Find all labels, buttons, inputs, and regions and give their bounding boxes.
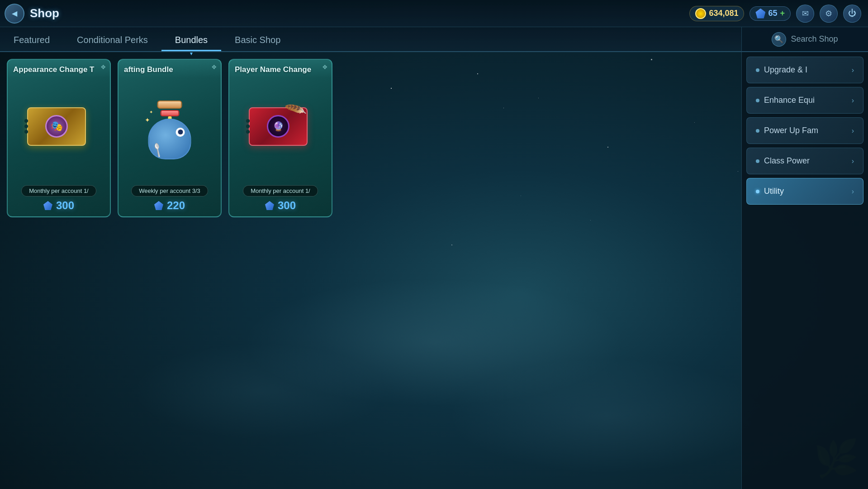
gold-currency-block: 634,081 (689, 6, 744, 21)
price-row-name: 300 (265, 199, 296, 212)
price-row-bundle: 220 (154, 199, 185, 212)
sidebar-label-power-up: Power Up Fam (764, 126, 818, 135)
limit-badge-appearance: Monthly per account 1/ (21, 185, 96, 197)
name-ticket-body: 🪶 🔮 (249, 107, 308, 146)
card-crafting-bundle[interactable]: afting Bundle ❖ (118, 59, 222, 217)
back-button[interactable] (5, 4, 24, 24)
price-amount-name: 300 (278, 199, 296, 212)
main-content: Appearance Change T ❖ 🎭 Monthly per acco… (0, 52, 741, 489)
chevron-icon-enhance: › (852, 96, 854, 105)
sidebar-item-power-up[interactable]: Power Up Fam › (746, 117, 863, 144)
search-label: Search Shop (791, 34, 838, 44)
sidebar-item-enhance[interactable]: Enhance Equi › (746, 87, 863, 114)
gem-plus-button[interactable]: + (780, 9, 785, 18)
search-icon: 🔍 (772, 32, 786, 47)
card-image-bundle: 🥄 ✦ ✦ (119, 74, 221, 185)
price-amount-appearance: 300 (56, 199, 74, 212)
tab-basic-shop[interactable]: Basic Shop (221, 30, 294, 51)
price-badge-appearance: Monthly per account 1/ 300 (13, 185, 104, 212)
card-image-appearance: 🎭 (8, 74, 110, 185)
sidebar-label-enhance: Enhance Equi (764, 96, 815, 105)
gem-amount: 65 (768, 9, 777, 18)
card-image-name: 🪶 🔮 (229, 74, 332, 185)
card-title-name: Player Name Change (229, 60, 332, 74)
chevron-icon-upgrade: › (852, 66, 854, 74)
card-title-bundle: afting Bundle (119, 60, 221, 74)
right-sidebar: Upgrade & I › Enhance Equi › Power Up Fa… (741, 52, 868, 489)
ticket-dot-3 (24, 130, 28, 134)
settings-icon: ⚙ (825, 9, 832, 19)
card-title-appearance: Appearance Change T (8, 60, 110, 74)
sidebar-bullet-power-up (756, 129, 759, 133)
price-amount-bundle: 220 (167, 199, 185, 212)
sidebar-label-utility: Utility (764, 187, 784, 196)
chevron-icon-utility: › (852, 187, 854, 196)
price-badge-bundle: Weekly per account 3/3 220 (123, 185, 215, 212)
sidebar-item-upgrade[interactable]: Upgrade & I › (746, 57, 863, 83)
price-gem-icon-bundle (154, 201, 163, 210)
price-gem-icon-name (265, 201, 274, 210)
search-area[interactable]: 🔍 Search Shop (741, 27, 868, 52)
card-appearance-change[interactable]: Appearance Change T ❖ 🎭 Monthly per acco… (7, 59, 111, 217)
ticket-body: 🎭 (27, 107, 86, 146)
exit-icon: ⏻ (848, 9, 856, 18)
limit-badge-bundle: Weekly per account 3/3 (131, 185, 208, 197)
coin-icon (695, 8, 706, 19)
ticket-dot-1 (24, 119, 28, 123)
mail-button[interactable]: ✉ (796, 5, 814, 23)
tab-bundles[interactable]: Bundles (161, 30, 221, 51)
sidebar-label-upgrade: Upgrade & I (764, 65, 807, 75)
name-ticket: 🪶 🔮 (249, 107, 312, 153)
gold-amount: 634,081 (709, 9, 738, 18)
price-badge-name: Monthly per account 1/ 300 (234, 185, 326, 212)
sidebar-item-utility[interactable]: Utility › (746, 178, 863, 205)
sidebar-bullet-upgrade (756, 68, 759, 72)
header-right: 634,081 65 + ✉ ⚙ ⏻ (689, 5, 868, 23)
bundle-image: 🥄 ✦ ✦ (133, 98, 206, 162)
mail-icon: ✉ (802, 9, 809, 19)
chevron-icon-class-power: › (852, 157, 854, 165)
settings-button[interactable]: ⚙ (820, 5, 838, 23)
card-player-name-change[interactable]: Player Name Change ❖ 🪶 🔮 Monthly per acc… (228, 59, 332, 217)
header: Shop 634,081 65 + ✉ ⚙ ⏻ (0, 0, 868, 27)
price-gem-icon-appearance (43, 201, 52, 210)
ticket-dots (24, 119, 28, 134)
ticket-dot-2 (24, 125, 28, 128)
ticket-icon: 🎭 (45, 115, 68, 138)
page-title: Shop (30, 6, 59, 20)
tab-conditional-perks[interactable]: Conditional Perks (63, 30, 161, 51)
tabs-bar: Featured Conditional Perks Bundles Basic… (0, 27, 741, 52)
sidebar-bullet-enhance (756, 99, 759, 102)
sidebar-item-class-power[interactable]: Class Power › (746, 148, 863, 174)
limit-badge-name: Monthly per account 1/ (243, 185, 318, 197)
sidebar-label-class-power: Class Power (764, 156, 810, 166)
gem-icon (755, 9, 765, 19)
appearance-ticket: 🎭 (27, 107, 90, 153)
price-row-appearance: 300 (43, 199, 74, 212)
exit-button[interactable]: ⏻ (843, 5, 861, 23)
chevron-icon-power-up: › (852, 127, 854, 135)
gem-currency-block: 65 + (749, 6, 791, 21)
tab-featured[interactable]: Featured (0, 30, 63, 51)
sidebar-bullet-class-power (756, 159, 759, 163)
name-ticket-icon: 🔮 (267, 115, 289, 138)
sidebar-bullet-utility (756, 190, 759, 193)
